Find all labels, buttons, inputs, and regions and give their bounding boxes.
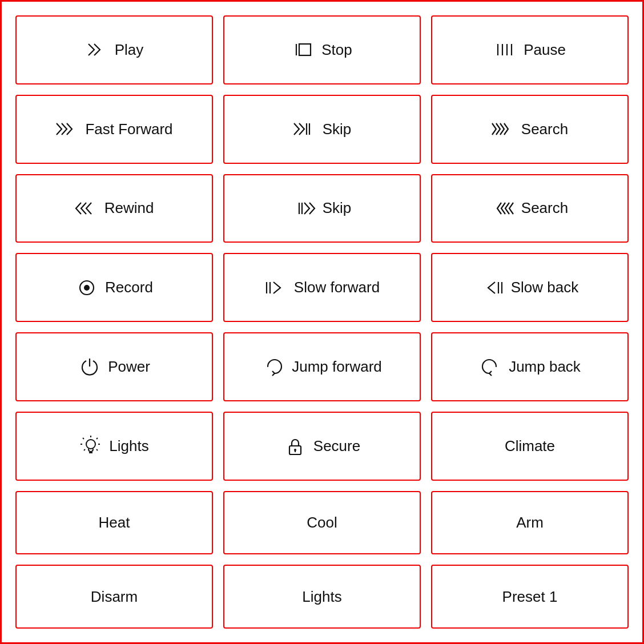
skip-forward-button[interactable]: Skip — [223, 95, 421, 164]
climate-button[interactable]: Climate — [431, 412, 629, 481]
preset1-label: Preset 1 — [502, 588, 558, 606]
jump-forward-button[interactable]: Jump forward — [223, 332, 421, 401]
play-icon — [85, 38, 108, 61]
slow-back-icon — [481, 276, 504, 299]
slow-forward-label: Slow forward — [294, 279, 380, 296]
svg-line-24 — [84, 449, 85, 450]
skip-forward-label: Skip — [323, 120, 352, 138]
lights-button[interactable]: Lights — [15, 412, 213, 481]
fast-forward-label: Fast Forward — [85, 120, 172, 138]
svg-line-22 — [83, 438, 84, 439]
rewind-label: Rewind — [104, 199, 154, 217]
button-grid: Play Stop Pause — [2, 2, 642, 642]
lights-label: Lights — [109, 437, 148, 455]
slow-forward-button[interactable]: Slow forward — [223, 253, 421, 322]
rewind-button[interactable]: Rewind — [15, 174, 213, 243]
pause-icon — [494, 38, 517, 61]
rewind-icon — [75, 197, 98, 220]
record-label: Record — [105, 279, 153, 296]
stop-icon — [292, 38, 315, 61]
jump-back-label: Jump back — [509, 358, 581, 376]
skip-forward-icon — [293, 118, 316, 140]
skip-back-label: Skip — [323, 199, 352, 217]
search-forward-label: Search — [521, 120, 568, 138]
svg-rect-1 — [299, 44, 311, 55]
search-back-button[interactable]: Search — [431, 174, 629, 243]
skip-back-icon — [293, 197, 316, 220]
jump-forward-icon — [262, 355, 285, 378]
search-back-label: Search — [521, 199, 568, 217]
arm-button[interactable]: Arm — [431, 491, 629, 555]
svg-line-25 — [96, 449, 98, 450]
skip-back-button[interactable]: Skip — [223, 174, 421, 243]
cool-label: Cool — [307, 514, 337, 532]
svg-line-20 — [96, 438, 98, 439]
lights2-button[interactable]: Lights — [223, 565, 421, 629]
power-label: Power — [108, 358, 150, 376]
play-button[interactable]: Play — [15, 15, 213, 84]
svg-point-17 — [86, 440, 95, 449]
heat-label: Heat — [99, 514, 130, 532]
cool-button[interactable]: Cool — [223, 491, 421, 555]
heat-button[interactable]: Heat — [15, 491, 213, 555]
record-button[interactable]: Record — [15, 253, 213, 322]
secure-label: Secure — [313, 437, 360, 455]
slow-back-label: Slow back — [511, 279, 579, 296]
climate-label: Climate — [505, 437, 555, 455]
disarm-label: Disarm — [91, 588, 138, 606]
arm-label: Arm — [516, 514, 544, 532]
fast-forward-icon — [55, 118, 78, 140]
slow-forward-icon — [264, 276, 287, 299]
pause-label: Pause — [524, 41, 566, 59]
jump-forward-label: Jump forward — [292, 358, 382, 376]
svg-point-11 — [84, 285, 90, 291]
jump-back-icon — [479, 355, 502, 378]
secure-icon — [284, 434, 307, 457]
play-label: Play — [115, 41, 144, 59]
stop-button[interactable]: Stop — [223, 15, 421, 84]
disarm-button[interactable]: Disarm — [15, 565, 213, 629]
search-forward-button[interactable]: Search — [431, 95, 629, 164]
record-icon — [75, 276, 98, 299]
jump-back-button[interactable]: Jump back — [431, 332, 629, 401]
search-forward-icon — [492, 118, 514, 140]
secure-button[interactable]: Secure — [223, 412, 421, 481]
stop-label: Stop — [321, 41, 352, 59]
lights-icon — [79, 434, 102, 457]
lights2-label: Lights — [302, 588, 341, 606]
power-button[interactable]: Power — [15, 332, 213, 401]
pause-button[interactable]: Pause — [431, 15, 629, 84]
power-icon — [78, 355, 101, 378]
fast-forward-button[interactable]: Fast Forward — [15, 95, 213, 164]
search-back-icon — [492, 197, 514, 220]
preset1-button[interactable]: Preset 1 — [431, 565, 629, 629]
slow-back-button[interactable]: Slow back — [431, 253, 629, 322]
